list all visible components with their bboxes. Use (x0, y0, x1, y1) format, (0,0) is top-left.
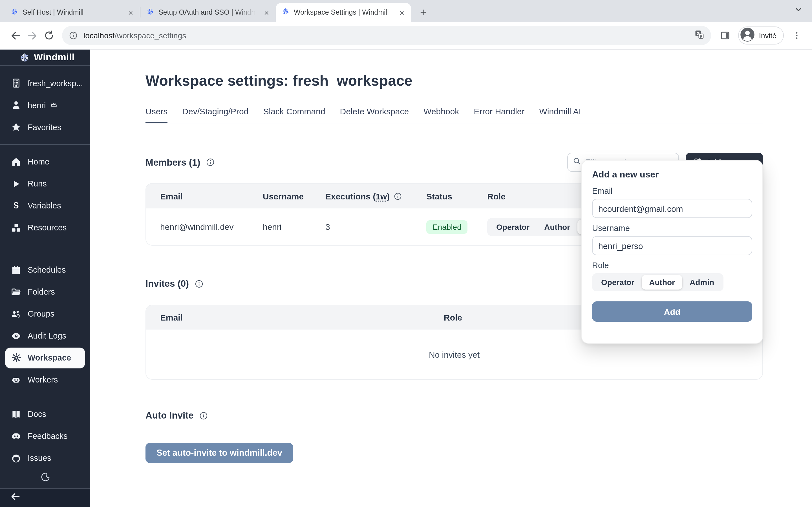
tab-title: Self Host | Windmill (22, 8, 122, 16)
screen: Self Host | Windmill × Setup OAuth and S… (0, 0, 812, 507)
close-icon[interactable]: × (126, 8, 135, 17)
address-bar[interactable]: localhost/workspace_settings G (62, 26, 711, 45)
tab-delete-workspace[interactable]: Delete Workspace (340, 107, 409, 123)
groups-icon (10, 308, 22, 320)
tab-dev-staging-prod[interactable]: Dev/Staging/Prod (182, 107, 248, 123)
add-user-popover: Add a new user Email Username Role Opera… (581, 160, 763, 344)
translate-icon[interactable]: G (694, 29, 704, 42)
sidebar-item-home[interactable]: Home (5, 151, 85, 172)
close-icon[interactable]: × (262, 8, 271, 17)
home-icon (10, 156, 22, 168)
favorites-label: Favorites (28, 122, 61, 131)
tab-title: Setup OAuth and SSO | Windm (158, 8, 258, 16)
runs-label: Runs (28, 179, 47, 188)
url-text: localhost/workspace_settings (84, 31, 186, 40)
tab-windmill-ai[interactable]: Windmill AI (539, 107, 581, 123)
new-tab-button[interactable]: + (417, 6, 430, 18)
robot-icon (10, 374, 22, 386)
info-icon[interactable] (199, 411, 208, 420)
side-panel-icon[interactable] (717, 27, 733, 44)
sidebar-item-folders[interactable]: Folders (5, 281, 85, 302)
role-label: Role (592, 261, 752, 270)
building-icon (10, 77, 22, 89)
email-label: Email (592, 186, 752, 195)
home-label: Home (28, 157, 49, 166)
back-button[interactable] (7, 27, 24, 44)
browser-tab-workspace-settings[interactable]: Workspace Settings | Windmill × (276, 3, 411, 22)
dark-mode-toggle[interactable] (0, 469, 90, 488)
sidebar-item-resources[interactable]: Resources (5, 217, 85, 238)
workers-label: Workers (28, 375, 58, 384)
arrow-left-icon (10, 492, 21, 504)
gear-icon (10, 352, 22, 363)
sidebar-item-workspace[interactable]: Workspace (5, 347, 85, 368)
browser-menu-icon[interactable] (788, 27, 805, 44)
site-info-icon[interactable] (69, 31, 78, 40)
role-operator[interactable]: Operator (489, 219, 537, 234)
email-field[interactable] (592, 199, 752, 218)
windmill-favicon (10, 7, 18, 17)
info-icon[interactable] (206, 158, 215, 167)
status-badge: Enabled (426, 220, 468, 233)
audit-logs-label: Audit Logs (28, 331, 66, 340)
sidebar: Windmill fresh_worksp... henri (0, 50, 90, 507)
workspace-switcher-label: fresh_worksp... (28, 78, 83, 88)
role-author[interactable]: Author (537, 219, 577, 234)
info-icon[interactable] (195, 279, 204, 288)
info-icon[interactable] (394, 192, 402, 200)
role-admin[interactable]: Admin (682, 275, 721, 290)
sidebar-item-issues[interactable]: Issues (5, 448, 85, 468)
role-author[interactable]: Author (642, 275, 682, 290)
sidebar-item-runs[interactable]: Runs (5, 173, 85, 194)
col-executions: Executions (1w) (325, 191, 426, 201)
col-username: Username (263, 191, 325, 201)
sidebar-item-variables[interactable]: $ Variables (5, 195, 85, 216)
user-icon (10, 99, 22, 111)
tab-title: Workspace Settings | Windmill (294, 8, 393, 16)
avatar (740, 27, 755, 44)
settings-tabs: Users Dev/Staging/Prod Slack Command Del… (146, 107, 763, 123)
sidebar-item-user[interactable]: henri (5, 95, 85, 115)
popover-title: Add a new user (592, 170, 752, 180)
calendar-icon (10, 264, 22, 276)
sidebar-item-feedbacks[interactable]: Feedbacks (5, 426, 85, 446)
search-icon (573, 157, 581, 168)
browser-toolbar: localhost/workspace_settings G Invité (0, 22, 812, 50)
tab-error-handler[interactable]: Error Handler (474, 107, 524, 123)
windmill-logo[interactable]: Windmill (0, 50, 90, 66)
crown-icon (50, 101, 58, 109)
close-icon[interactable]: × (397, 8, 407, 17)
sidebar-item-workers[interactable]: Workers (5, 369, 85, 390)
chevron-down-icon[interactable] (794, 5, 803, 16)
docs-label: Docs (28, 409, 46, 418)
reload-button[interactable] (41, 27, 57, 44)
browser-profile-button[interactable]: Invité (738, 26, 784, 45)
windmill-logo-icon (19, 52, 30, 63)
tab-users[interactable]: Users (146, 107, 167, 123)
member-email: henri@windmill.dev (160, 222, 263, 231)
sidebar-item-audit-logs[interactable]: Audit Logs (5, 325, 85, 346)
profile-label: Invité (759, 31, 776, 40)
sidebar-item-favorites[interactable]: Favorites (5, 117, 85, 137)
browser-tab-oauth-sso[interactable]: Setup OAuth and SSO | Windm × (140, 3, 276, 22)
feedbacks-label: Feedbacks (28, 432, 68, 441)
sidebar-item-schedules[interactable]: Schedules (5, 260, 85, 280)
col-email: Email (160, 313, 444, 322)
play-icon (10, 178, 22, 189)
sidebar-collapse[interactable] (0, 488, 90, 507)
tab-webhook[interactable]: Webhook (423, 107, 459, 123)
invites-heading: Invites (0) (146, 278, 189, 289)
user-label: henri (28, 101, 46, 110)
role-operator[interactable]: Operator (594, 275, 642, 290)
sidebar-item-workspace-switcher[interactable]: fresh_worksp... (5, 73, 85, 94)
tab-slack-command[interactable]: Slack Command (263, 107, 325, 123)
sidebar-item-docs[interactable]: Docs (5, 404, 85, 425)
sidebar-item-groups[interactable]: Groups (5, 303, 85, 324)
add-button[interactable]: Add (592, 301, 752, 322)
browser-tab-self-host[interactable]: Self Host | Windmill × (4, 3, 140, 22)
dollar-icon: $ (10, 200, 22, 212)
set-auto-invite-button[interactable]: Set auto-invite to windmill.dev (146, 443, 293, 463)
username-field[interactable] (592, 236, 752, 255)
github-icon (10, 452, 22, 464)
forward-button[interactable] (24, 27, 41, 44)
